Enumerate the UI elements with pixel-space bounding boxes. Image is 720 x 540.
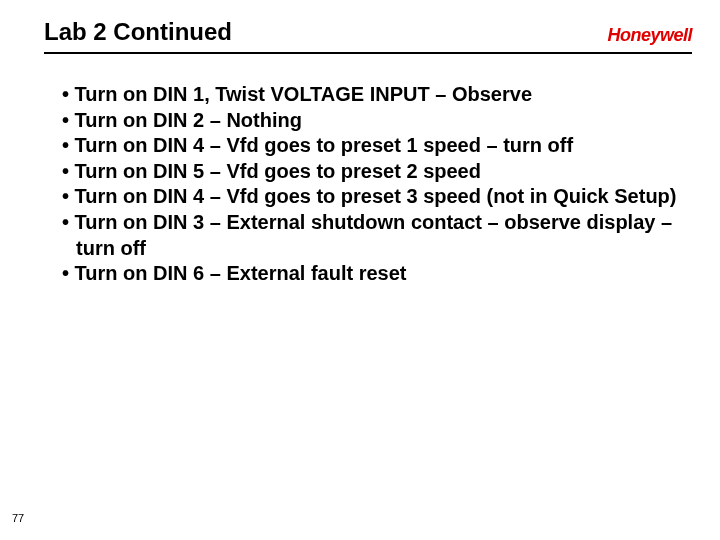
slide: Lab 2 Continued Honeywell Turn on DIN 1,… <box>0 0 720 540</box>
list-item: Turn on DIN 1, Twist VOLTAGE INPUT – Obs… <box>62 82 688 108</box>
slide-title: Lab 2 Continued <box>44 18 232 46</box>
page-number: 77 <box>12 512 24 524</box>
bullet-list: Turn on DIN 1, Twist VOLTAGE INPUT – Obs… <box>44 82 692 287</box>
brand-logo: Honeywell <box>607 25 692 46</box>
slide-header: Lab 2 Continued Honeywell <box>44 18 692 54</box>
list-item: Turn on DIN 2 – Nothing <box>62 108 688 134</box>
list-item: Turn on DIN 3 – External shutdown contac… <box>62 210 688 261</box>
list-item: Turn on DIN 6 – External fault reset <box>62 261 688 287</box>
list-item: Turn on DIN 4 – Vfd goes to preset 1 spe… <box>62 133 688 159</box>
list-item: Turn on DIN 4 – Vfd goes to preset 3 spe… <box>62 184 688 210</box>
list-item: Turn on DIN 5 – Vfd goes to preset 2 spe… <box>62 159 688 185</box>
